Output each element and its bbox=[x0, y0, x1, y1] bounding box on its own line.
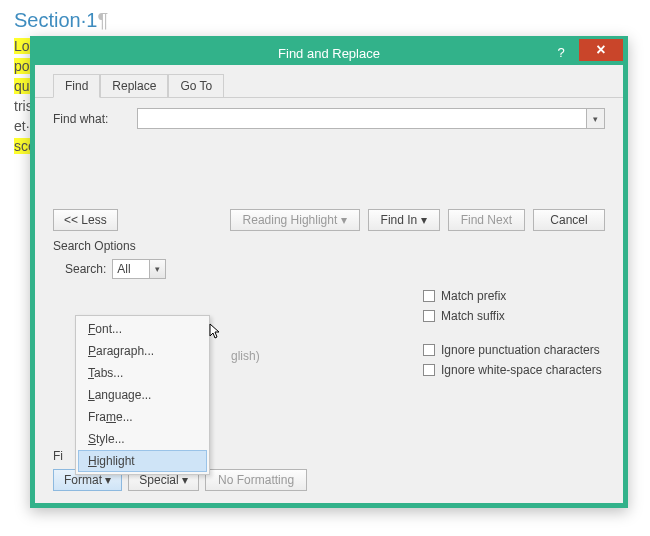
action-row: << Less Reading Highlight ▾ Find In ▾ Fi… bbox=[53, 209, 605, 231]
find-next-button[interactable]: Find Next bbox=[448, 209, 525, 231]
titlebar-controls bbox=[543, 41, 623, 63]
help-button[interactable] bbox=[543, 41, 579, 63]
titlebar[interactable]: Find and Replace bbox=[35, 41, 623, 65]
find-what-field[interactable]: ▾ bbox=[137, 108, 605, 129]
find-what-label: Find what: bbox=[53, 112, 137, 126]
tab-find[interactable]: Find bbox=[53, 74, 100, 98]
menu-frame[interactable]: Frame... bbox=[78, 406, 207, 428]
checkbox-icon bbox=[423, 344, 435, 356]
search-direction-label: Search: bbox=[65, 262, 106, 276]
ignore-punctuation-check[interactable]: Ignore punctuation characters bbox=[423, 343, 602, 357]
find-what-dropdown[interactable]: ▾ bbox=[586, 109, 604, 128]
tab-goto[interactable]: Go To bbox=[168, 74, 224, 98]
chevron-down-icon: ▾ bbox=[149, 260, 165, 278]
reading-highlight-button[interactable]: Reading Highlight ▾ bbox=[230, 209, 360, 231]
checkbox-icon bbox=[423, 290, 435, 302]
menu-highlight[interactable]: Highlight bbox=[78, 450, 207, 472]
menu-tabs[interactable]: Tabs... bbox=[78, 362, 207, 384]
match-suffix-check[interactable]: Match suffix bbox=[423, 309, 506, 323]
menu-paragraph[interactable]: Paragraph... bbox=[78, 340, 207, 362]
tab-strip: Find Replace Go To bbox=[35, 65, 623, 98]
search-direction-select[interactable]: All ▾ bbox=[112, 259, 166, 279]
tab-replace[interactable]: Replace bbox=[100, 74, 168, 98]
match-prefix-check[interactable]: Match prefix bbox=[423, 289, 506, 303]
search-options-label: Search Options bbox=[53, 239, 605, 253]
checkbox-icon bbox=[423, 364, 435, 376]
truncated-text: glish) bbox=[231, 349, 260, 363]
find-what-input[interactable] bbox=[138, 109, 586, 128]
dialog-body: Find Replace Go To Find what: ▾ << Less … bbox=[35, 65, 623, 503]
menu-font[interactable]: FFont...ont... bbox=[78, 318, 207, 340]
cancel-button[interactable]: Cancel bbox=[533, 209, 605, 231]
doc-heading: Section·1¶ bbox=[14, 10, 636, 30]
find-in-button[interactable]: Find In ▾ bbox=[368, 209, 440, 231]
search-direction-value: All bbox=[113, 262, 149, 276]
checkbox-icon bbox=[423, 310, 435, 322]
menu-style[interactable]: Style... bbox=[78, 428, 207, 450]
pilcrow-icon: ¶ bbox=[97, 9, 108, 31]
ignore-whitespace-check[interactable]: Ignore white-space characters bbox=[423, 363, 602, 377]
heading-text: Section·1 bbox=[14, 9, 97, 31]
format-menu: FFont...ont... Paragraph... Tabs... Lang… bbox=[75, 315, 210, 475]
dialog-title: Find and Replace bbox=[35, 46, 623, 61]
find-replace-dialog: Find and Replace Find Replace Go To Find… bbox=[30, 36, 628, 508]
no-formatting-button[interactable]: No Formatting bbox=[205, 469, 307, 491]
menu-language[interactable]: Language... bbox=[78, 384, 207, 406]
close-button[interactable] bbox=[579, 39, 623, 61]
less-button[interactable]: << Less bbox=[53, 209, 118, 231]
